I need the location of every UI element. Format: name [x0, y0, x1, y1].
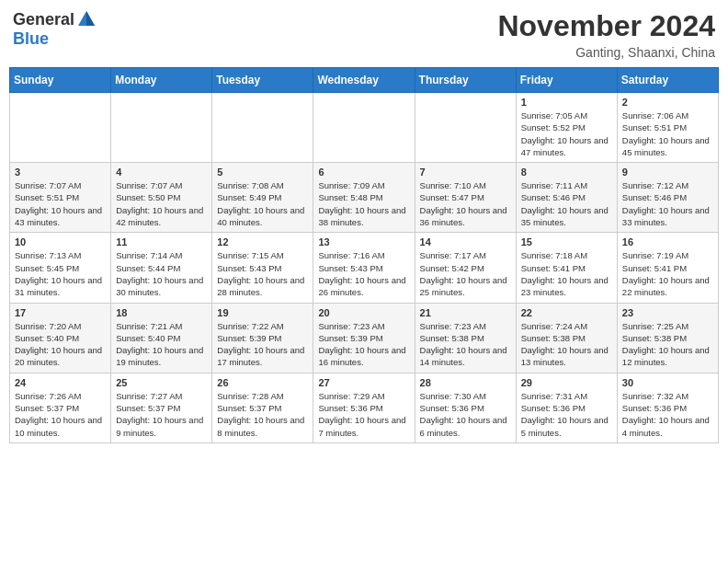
- logo-icon: [76, 9, 97, 29]
- day-info: Sunrise: 7:32 AM Sunset: 5:36 PM Dayligh…: [622, 390, 713, 439]
- day-info: Sunrise: 7:18 AM Sunset: 5:41 PM Dayligh…: [521, 249, 612, 298]
- day-info: Sunrise: 7:09 AM Sunset: 5:48 PM Dayligh…: [318, 179, 409, 228]
- day-number: 8: [521, 167, 612, 178]
- calendar-day-cell: 15Sunrise: 7:18 AM Sunset: 5:41 PM Dayli…: [516, 233, 617, 303]
- calendar-day-cell: 22Sunrise: 7:24 AM Sunset: 5:38 PM Dayli…: [516, 303, 617, 373]
- calendar-day-cell: [415, 93, 516, 163]
- calendar-week-row: 24Sunrise: 7:26 AM Sunset: 5:37 PM Dayli…: [10, 373, 719, 442]
- day-number: 10: [15, 236, 106, 247]
- day-number: 14: [420, 236, 511, 247]
- day-of-week-header: Tuesday: [212, 68, 313, 93]
- calendar-day-cell: 13Sunrise: 7:16 AM Sunset: 5:43 PM Dayli…: [313, 233, 415, 303]
- day-number: 9: [622, 167, 713, 178]
- calendar-day-cell: 7Sunrise: 7:10 AM Sunset: 5:47 PM Daylig…: [415, 163, 516, 233]
- calendar-day-cell: 20Sunrise: 7:23 AM Sunset: 5:39 PM Dayli…: [313, 303, 415, 373]
- calendar-day-cell: 3Sunrise: 7:07 AM Sunset: 5:51 PM Daylig…: [10, 163, 111, 233]
- calendar-day-cell: 28Sunrise: 7:30 AM Sunset: 5:36 PM Dayli…: [415, 373, 516, 442]
- calendar-day-cell: 14Sunrise: 7:17 AM Sunset: 5:42 PM Dayli…: [415, 233, 516, 303]
- day-number: 5: [217, 167, 308, 178]
- day-info: Sunrise: 7:22 AM Sunset: 5:39 PM Dayligh…: [217, 320, 308, 369]
- day-number: 15: [521, 236, 612, 247]
- day-number: 18: [116, 307, 207, 318]
- calendar-day-cell: 23Sunrise: 7:25 AM Sunset: 5:38 PM Dayli…: [617, 303, 718, 373]
- day-number: 20: [318, 307, 409, 318]
- day-info: Sunrise: 7:15 AM Sunset: 5:43 PM Dayligh…: [217, 249, 308, 298]
- day-info: Sunrise: 7:29 AM Sunset: 5:36 PM Dayligh…: [318, 390, 409, 439]
- day-info: Sunrise: 7:25 AM Sunset: 5:38 PM Dayligh…: [622, 320, 713, 369]
- day-info: Sunrise: 7:13 AM Sunset: 5:45 PM Dayligh…: [15, 249, 106, 298]
- day-number: 6: [318, 167, 409, 178]
- day-info: Sunrise: 7:17 AM Sunset: 5:42 PM Dayligh…: [420, 249, 511, 298]
- calendar-day-cell: 18Sunrise: 7:21 AM Sunset: 5:40 PM Dayli…: [111, 303, 212, 373]
- day-info: Sunrise: 7:06 AM Sunset: 5:51 PM Dayligh…: [622, 109, 713, 158]
- calendar-day-cell: 25Sunrise: 7:27 AM Sunset: 5:37 PM Dayli…: [111, 373, 212, 442]
- calendar-day-cell: 17Sunrise: 7:20 AM Sunset: 5:40 PM Dayli…: [10, 303, 111, 373]
- day-of-week-header: Saturday: [617, 68, 718, 93]
- calendar-day-cell: 12Sunrise: 7:15 AM Sunset: 5:43 PM Dayli…: [212, 233, 313, 303]
- calendar-day-cell: 21Sunrise: 7:23 AM Sunset: 5:38 PM Dayli…: [415, 303, 516, 373]
- day-info: Sunrise: 7:07 AM Sunset: 5:50 PM Dayligh…: [116, 179, 207, 228]
- day-info: Sunrise: 7:24 AM Sunset: 5:38 PM Dayligh…: [521, 320, 612, 369]
- calendar-week-row: 1Sunrise: 7:05 AM Sunset: 5:52 PM Daylig…: [10, 93, 719, 163]
- day-of-week-header: Sunday: [10, 68, 111, 93]
- day-info: Sunrise: 7:21 AM Sunset: 5:40 PM Dayligh…: [116, 320, 207, 369]
- day-number: 11: [116, 236, 207, 247]
- day-info: Sunrise: 7:11 AM Sunset: 5:46 PM Dayligh…: [521, 179, 612, 228]
- day-number: 7: [420, 167, 511, 178]
- day-info: Sunrise: 7:23 AM Sunset: 5:38 PM Dayligh…: [420, 320, 511, 369]
- day-info: Sunrise: 7:19 AM Sunset: 5:41 PM Dayligh…: [622, 249, 713, 298]
- logo: General Blue: [13, 9, 97, 49]
- calendar-header-row: SundayMondayTuesdayWednesdayThursdayFrid…: [10, 68, 719, 93]
- day-info: Sunrise: 7:30 AM Sunset: 5:36 PM Dayligh…: [420, 390, 511, 439]
- day-info: Sunrise: 7:27 AM Sunset: 5:37 PM Dayligh…: [116, 390, 207, 439]
- day-of-week-header: Thursday: [415, 68, 516, 93]
- calendar-day-cell: 11Sunrise: 7:14 AM Sunset: 5:44 PM Dayli…: [111, 233, 212, 303]
- month-title: November 2024: [497, 9, 715, 43]
- day-number: 17: [15, 307, 106, 318]
- day-info: Sunrise: 7:20 AM Sunset: 5:40 PM Dayligh…: [15, 320, 106, 369]
- logo-general-text: General: [13, 10, 74, 29]
- day-number: 27: [318, 377, 409, 388]
- calendar-day-cell: [111, 93, 212, 163]
- day-of-week-header: Monday: [111, 68, 212, 93]
- calendar-day-cell: 27Sunrise: 7:29 AM Sunset: 5:36 PM Dayli…: [313, 373, 415, 442]
- page-header: General Blue November 2024 Ganting, Shaa…: [9, 9, 719, 60]
- title-block: November 2024 Ganting, Shaanxi, China: [497, 9, 715, 60]
- day-number: 12: [217, 236, 308, 247]
- calendar-day-cell: 10Sunrise: 7:13 AM Sunset: 5:45 PM Dayli…: [10, 233, 111, 303]
- day-info: Sunrise: 7:16 AM Sunset: 5:43 PM Dayligh…: [318, 249, 409, 298]
- day-number: 22: [521, 307, 612, 318]
- day-number: 16: [622, 236, 713, 247]
- day-number: 13: [318, 236, 409, 247]
- day-number: 4: [116, 167, 207, 178]
- calendar-day-cell: 24Sunrise: 7:26 AM Sunset: 5:37 PM Dayli…: [10, 373, 111, 442]
- day-number: 1: [521, 97, 612, 108]
- calendar-day-cell: 26Sunrise: 7:28 AM Sunset: 5:37 PM Dayli…: [212, 373, 313, 442]
- day-number: 23: [622, 307, 713, 318]
- calendar-day-cell: 9Sunrise: 7:12 AM Sunset: 5:46 PM Daylig…: [617, 163, 718, 233]
- logo-blue-text: Blue: [13, 29, 49, 49]
- day-info: Sunrise: 7:26 AM Sunset: 5:37 PM Dayligh…: [15, 390, 106, 439]
- day-info: Sunrise: 7:12 AM Sunset: 5:46 PM Dayligh…: [622, 179, 713, 228]
- day-info: Sunrise: 7:05 AM Sunset: 5:52 PM Dayligh…: [521, 109, 612, 158]
- location-text: Ganting, Shaanxi, China: [497, 45, 715, 60]
- day-number: 19: [217, 307, 308, 318]
- day-info: Sunrise: 7:23 AM Sunset: 5:39 PM Dayligh…: [318, 320, 409, 369]
- day-info: Sunrise: 7:07 AM Sunset: 5:51 PM Dayligh…: [15, 179, 106, 228]
- day-info: Sunrise: 7:14 AM Sunset: 5:44 PM Dayligh…: [116, 249, 207, 298]
- day-number: 2: [622, 97, 713, 108]
- day-number: 30: [622, 377, 713, 388]
- day-info: Sunrise: 7:28 AM Sunset: 5:37 PM Dayligh…: [217, 390, 308, 439]
- calendar-day-cell: 5Sunrise: 7:08 AM Sunset: 5:49 PM Daylig…: [212, 163, 313, 233]
- calendar-day-cell: [212, 93, 313, 163]
- day-number: 26: [217, 377, 308, 388]
- calendar-day-cell: 30Sunrise: 7:32 AM Sunset: 5:36 PM Dayli…: [617, 373, 718, 442]
- calendar-day-cell: [313, 93, 415, 163]
- calendar-day-cell: 2Sunrise: 7:06 AM Sunset: 5:51 PM Daylig…: [617, 93, 718, 163]
- calendar-day-cell: [10, 93, 111, 163]
- day-of-week-header: Wednesday: [313, 68, 415, 93]
- day-number: 29: [521, 377, 612, 388]
- day-of-week-header: Friday: [516, 68, 617, 93]
- day-info: Sunrise: 7:08 AM Sunset: 5:49 PM Dayligh…: [217, 179, 308, 228]
- calendar-day-cell: 6Sunrise: 7:09 AM Sunset: 5:48 PM Daylig…: [313, 163, 415, 233]
